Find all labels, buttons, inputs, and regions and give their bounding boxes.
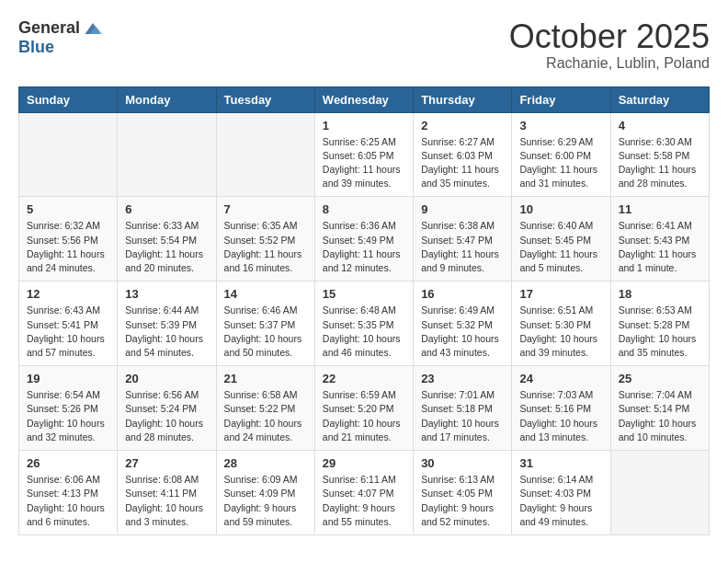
calendar-cell: 22Sunrise: 6:59 AMSunset: 5:20 PMDayligh… [314,366,413,451]
calendar-cell: 19Sunrise: 6:54 AMSunset: 5:26 PMDayligh… [19,366,118,451]
day-number: 17 [519,287,602,301]
calendar-cell: 28Sunrise: 6:09 AMSunset: 4:09 PMDayligh… [216,451,314,535]
day-number: 30 [421,456,504,470]
calendar-cell: 6Sunrise: 6:33 AMSunset: 5:54 PMDaylight… [118,197,216,282]
calendar-cell: 7Sunrise: 6:35 AMSunset: 5:52 PMDaylight… [216,197,314,282]
day-info: Sunrise: 6:51 AMSunset: 5:30 PMDaylight:… [519,304,602,360]
calendar-cell: 25Sunrise: 7:04 AMSunset: 5:14 PMDayligh… [610,366,709,451]
calendar-cell: 26Sunrise: 6:06 AMSunset: 4:13 PMDayligh… [19,451,118,535]
day-info: Sunrise: 6:29 AMSunset: 6:00 PMDaylight:… [519,135,602,191]
weekday-header-row: SundayMondayTuesdayWednesdayThursdayFrid… [19,86,710,112]
day-info: Sunrise: 7:03 AMSunset: 5:16 PMDaylight:… [519,388,602,444]
calendar-cell: 23Sunrise: 7:01 AMSunset: 5:18 PMDayligh… [414,366,512,451]
calendar-cell: 4Sunrise: 6:30 AMSunset: 5:58 PMDaylight… [610,112,709,197]
week-row-5: 26Sunrise: 6:06 AMSunset: 4:13 PMDayligh… [19,451,710,535]
day-number: 13 [125,287,208,301]
calendar-cell: 27Sunrise: 6:08 AMSunset: 4:11 PMDayligh… [118,451,216,535]
day-number: 22 [323,372,405,385]
weekday-header-wednesday: Wednesday [314,86,413,112]
day-number: 20 [125,372,208,385]
day-number: 29 [323,456,405,470]
day-number: 24 [519,372,602,385]
day-number: 4 [619,119,701,132]
day-number: 12 [27,287,109,301]
day-info: Sunrise: 6:35 AMSunset: 5:52 PMDaylight:… [224,219,307,275]
calendar-cell: 3Sunrise: 6:29 AMSunset: 6:00 PMDaylight… [512,112,610,197]
day-info: Sunrise: 6:30 AMSunset: 5:58 PMDaylight:… [619,135,701,191]
day-number: 5 [27,202,109,216]
calendar-cell [610,451,709,535]
day-number: 11 [619,202,701,216]
day-info: Sunrise: 7:01 AMSunset: 5:18 PMDaylight:… [421,388,504,444]
day-number: 23 [421,372,504,385]
weekday-header-friday: Friday [512,86,610,112]
calendar-cell [216,112,314,197]
day-number: 19 [27,372,109,385]
day-info: Sunrise: 6:46 AMSunset: 5:37 PMDaylight:… [224,304,307,360]
weekday-header-saturday: Saturday [610,86,709,112]
day-number: 28 [224,456,307,470]
week-row-3: 12Sunrise: 6:43 AMSunset: 5:41 PMDayligh… [19,282,710,366]
day-info: Sunrise: 6:44 AMSunset: 5:39 PMDaylight:… [125,304,208,360]
day-number: 25 [619,372,701,385]
day-info: Sunrise: 6:56 AMSunset: 5:24 PMDaylight:… [125,388,208,444]
day-number: 7 [224,202,307,216]
day-info: Sunrise: 6:32 AMSunset: 5:56 PMDaylight:… [27,219,109,275]
calendar-cell: 24Sunrise: 7:03 AMSunset: 5:16 PMDayligh… [512,366,610,451]
logo-general-text: General [18,18,80,38]
day-info: Sunrise: 6:58 AMSunset: 5:22 PMDaylight:… [224,388,307,444]
day-info: Sunrise: 6:53 AMSunset: 5:28 PMDaylight:… [619,304,701,360]
day-info: Sunrise: 6:38 AMSunset: 5:47 PMDaylight:… [421,219,504,275]
day-number: 27 [125,456,208,470]
calendar-cell: 29Sunrise: 6:11 AMSunset: 4:07 PMDayligh… [314,451,413,535]
calendar-cell: 11Sunrise: 6:41 AMSunset: 5:43 PMDayligh… [610,197,709,282]
title-block: October 2025 Rachanie, Lublin, Poland [509,18,710,72]
day-info: Sunrise: 6:08 AMSunset: 4:11 PMDaylight:… [125,473,208,529]
day-number: 16 [421,287,504,301]
weekday-header-tuesday: Tuesday [216,86,314,112]
calendar-cell: 20Sunrise: 6:56 AMSunset: 5:24 PMDayligh… [118,366,216,451]
week-row-1: 1Sunrise: 6:25 AMSunset: 6:05 PMDaylight… [19,112,710,197]
day-info: Sunrise: 6:25 AMSunset: 6:05 PMDaylight:… [323,135,405,191]
calendar-cell: 31Sunrise: 6:14 AMSunset: 4:03 PMDayligh… [512,451,610,535]
day-info: Sunrise: 6:33 AMSunset: 5:54 PMDaylight:… [125,219,208,275]
calendar-cell: 15Sunrise: 6:48 AMSunset: 5:35 PMDayligh… [314,282,413,366]
calendar-cell: 2Sunrise: 6:27 AMSunset: 6:03 PMDaylight… [414,112,512,197]
calendar-cell: 5Sunrise: 6:32 AMSunset: 5:56 PMDaylight… [19,197,118,282]
day-number: 14 [224,287,307,301]
calendar-cell: 8Sunrise: 6:36 AMSunset: 5:49 PMDaylight… [314,197,413,282]
week-row-4: 19Sunrise: 6:54 AMSunset: 5:26 PMDayligh… [19,366,710,451]
day-info: Sunrise: 6:09 AMSunset: 4:09 PMDaylight:… [224,473,307,529]
day-info: Sunrise: 6:40 AMSunset: 5:45 PMDaylight:… [519,219,602,275]
page-header: General Blue October 2025 Rachanie, Lubl… [18,18,710,72]
day-info: Sunrise: 6:41 AMSunset: 5:43 PMDaylight:… [619,219,701,275]
day-number: 21 [224,372,307,385]
calendar-cell: 1Sunrise: 6:25 AMSunset: 6:05 PMDaylight… [314,112,413,197]
day-info: Sunrise: 6:49 AMSunset: 5:32 PMDaylight:… [421,304,504,360]
day-info: Sunrise: 6:11 AMSunset: 4:07 PMDaylight:… [323,473,405,529]
location-text: Rachanie, Lublin, Poland [509,55,710,72]
week-row-2: 5Sunrise: 6:32 AMSunset: 5:56 PMDaylight… [19,197,710,282]
weekday-header-monday: Monday [118,86,216,112]
calendar-cell: 21Sunrise: 6:58 AMSunset: 5:22 PMDayligh… [216,366,314,451]
calendar-cell: 12Sunrise: 6:43 AMSunset: 5:41 PMDayligh… [19,282,118,366]
day-info: Sunrise: 6:14 AMSunset: 4:03 PMDaylight:… [519,473,602,529]
day-number: 3 [519,119,602,132]
day-number: 26 [27,456,109,470]
day-number: 6 [125,202,208,216]
month-title: October 2025 [509,18,710,55]
calendar-cell [19,112,118,197]
calendar-cell: 18Sunrise: 6:53 AMSunset: 5:28 PMDayligh… [610,282,709,366]
logo: General Blue [18,18,104,57]
calendar-cell [118,112,216,197]
day-number: 10 [519,202,602,216]
day-info: Sunrise: 6:36 AMSunset: 5:49 PMDaylight:… [323,219,405,275]
calendar-cell: 16Sunrise: 6:49 AMSunset: 5:32 PMDayligh… [414,282,512,366]
day-info: Sunrise: 6:59 AMSunset: 5:20 PMDaylight:… [323,388,405,444]
calendar-cell: 9Sunrise: 6:38 AMSunset: 5:47 PMDaylight… [414,197,512,282]
calendar-cell: 17Sunrise: 6:51 AMSunset: 5:30 PMDayligh… [512,282,610,366]
day-info: Sunrise: 6:13 AMSunset: 4:05 PMDaylight:… [421,473,504,529]
day-number: 31 [519,456,602,470]
day-number: 8 [323,202,405,216]
logo-blue-text: Blue [18,38,54,57]
